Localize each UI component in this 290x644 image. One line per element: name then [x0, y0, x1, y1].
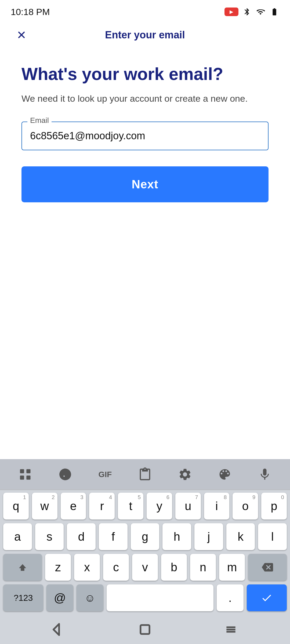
key-at[interactable]: @	[46, 584, 73, 611]
key-backspace[interactable]	[248, 554, 287, 581]
status-icons	[224, 8, 279, 16]
key-j[interactable]: j	[194, 523, 223, 550]
key-u[interactable]: 7u	[175, 493, 201, 519]
key-g[interactable]: g	[131, 523, 160, 550]
bluetooth-icon	[243, 8, 251, 16]
nav-recents-button[interactable]	[220, 621, 242, 638]
keyboard-settings-icon[interactable]	[174, 465, 196, 484]
keyboard-keys: 1q 2w 3e 4r 5t 6y 7u 8i 9o 0p a s d f g …	[0, 490, 290, 611]
keyboard-palette-icon[interactable]	[214, 465, 235, 484]
next-button[interactable]: Next	[21, 166, 269, 202]
key-n[interactable]: n	[190, 554, 216, 581]
svg-rect-2	[20, 469, 24, 473]
key-i[interactable]: 8i	[204, 493, 230, 519]
keyboard-area: GIF 1q 2w 3e 4r 5t 6y 7u 8i 9o	[0, 459, 290, 644]
key-o[interactable]: 9o	[233, 493, 258, 519]
keyboard-clipboard-icon[interactable]	[134, 465, 156, 484]
wifi-icon	[256, 8, 265, 16]
status-bar: 10:18 PM	[0, 0, 290, 21]
nav-home-button[interactable]	[134, 621, 156, 638]
keyboard-row-4: ?123 @ ☺ .	[3, 584, 287, 611]
key-emoji[interactable]: ☺	[77, 584, 103, 611]
key-h[interactable]: h	[162, 523, 191, 550]
key-c[interactable]: c	[103, 554, 129, 581]
email-field-wrapper: Email	[21, 122, 269, 150]
keyboard-row-2: a s d f g h j k l	[3, 523, 287, 550]
app-header: Enter your email	[0, 21, 290, 48]
key-dot[interactable]: .	[217, 584, 244, 611]
key-v[interactable]: v	[132, 554, 158, 581]
gif-label: GIF	[98, 470, 112, 479]
status-time: 10:18 PM	[11, 7, 50, 17]
key-enter[interactable]	[247, 584, 287, 611]
svg-marker-6	[53, 624, 59, 635]
keyboard-row-1: 1q 2w 3e 4r 5t 6y 7u 8i 9o 0p	[3, 493, 287, 519]
keyboard-grid-icon[interactable]	[15, 465, 36, 484]
key-w[interactable]: 2w	[32, 493, 57, 519]
keyboard-toolbar: GIF	[0, 459, 290, 490]
key-e[interactable]: 3e	[61, 493, 86, 519]
key-k[interactable]: k	[226, 523, 255, 550]
key-x[interactable]: x	[74, 554, 100, 581]
email-label: Email	[27, 116, 52, 125]
key-z[interactable]: z	[45, 554, 71, 581]
key-p[interactable]: 0p	[261, 493, 287, 519]
battery-icon	[270, 8, 279, 16]
key-m[interactable]: m	[219, 554, 245, 581]
page-description: We need it to look up your account or cr…	[21, 92, 269, 105]
key-y[interactable]: 6y	[147, 493, 172, 519]
key-r[interactable]: 4r	[89, 493, 115, 519]
keyboard-row-3: z x c v b n m	[3, 554, 287, 581]
svg-rect-4	[20, 475, 24, 480]
key-a[interactable]: a	[3, 523, 32, 550]
key-f[interactable]: f	[99, 523, 128, 550]
page-title: Enter your email	[105, 29, 185, 41]
key-t[interactable]: 5t	[118, 493, 143, 519]
key-symbols[interactable]: ?123	[3, 584, 43, 611]
key-shift[interactable]	[3, 554, 42, 581]
page-headline: What's your work email?	[21, 64, 269, 84]
camera-recording-icon	[224, 8, 238, 16]
svg-rect-5	[27, 475, 31, 480]
svg-rect-7	[140, 625, 149, 634]
close-icon	[16, 30, 27, 40]
close-button[interactable]	[13, 27, 30, 43]
key-l[interactable]: l	[258, 523, 287, 550]
svg-rect-3	[27, 469, 31, 473]
key-q[interactable]: 1q	[3, 493, 29, 519]
key-s[interactable]: s	[35, 523, 64, 550]
keyboard-gif-button[interactable]: GIF	[94, 465, 116, 484]
key-b[interactable]: b	[161, 554, 187, 581]
nav-bar	[0, 615, 290, 644]
email-input[interactable]	[30, 127, 260, 144]
key-space[interactable]	[107, 584, 213, 611]
key-d[interactable]: d	[67, 523, 96, 550]
keyboard-sticker-icon[interactable]	[55, 465, 76, 484]
nav-back-button[interactable]	[48, 621, 70, 638]
keyboard-mic-icon[interactable]	[254, 465, 276, 484]
main-content: What's your work email? We need it to lo…	[0, 48, 290, 213]
